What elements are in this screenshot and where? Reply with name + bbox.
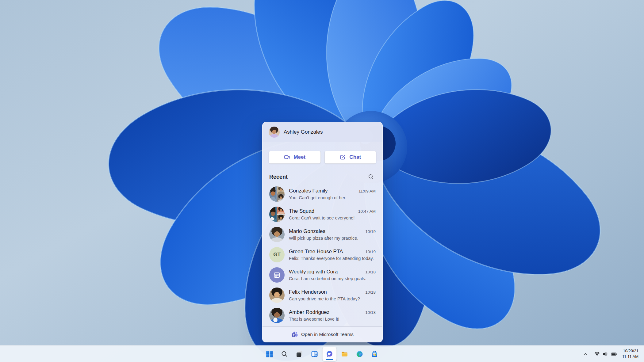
conversation-name: The Squad bbox=[289, 208, 314, 214]
tray-time: 11:11 AM bbox=[622, 354, 638, 360]
store-icon bbox=[371, 350, 378, 358]
taskbar-center bbox=[263, 346, 382, 362]
chat-button[interactable]: Chat bbox=[324, 151, 377, 164]
conversation-time: 10/18 bbox=[365, 270, 376, 274]
conversation-time: 10/18 bbox=[365, 310, 376, 315]
action-buttons: Meet Chat bbox=[263, 142, 382, 164]
search-icon bbox=[368, 173, 374, 180]
edge-browser-button[interactable] bbox=[353, 347, 367, 361]
conversation-name: Mario Gonzales bbox=[289, 228, 325, 234]
conversation-preview: You: Can’t get enough of her. bbox=[289, 195, 376, 200]
widgets-icon bbox=[311, 350, 318, 358]
conversation-name: Weekly jog with Cora bbox=[289, 269, 338, 275]
teams-chat-flyout: Ashley Gonzales Meet bbox=[262, 122, 383, 342]
taskbar: 10/20/21 11:11 AM bbox=[0, 345, 644, 362]
meet-label: Meet bbox=[293, 154, 305, 160]
search-button[interactable] bbox=[366, 172, 376, 181]
conversation-row-gonzales-family[interactable]: Gonzales Family 11:09 AM You: Can’t get … bbox=[265, 184, 380, 204]
windows-start-icon bbox=[266, 350, 273, 358]
calendar-avatar bbox=[269, 267, 285, 283]
conversation-preview: Will pick up pizza after my practice. bbox=[289, 236, 376, 241]
file-explorer-button[interactable] bbox=[338, 347, 352, 361]
conversation-name: Green Tree House PTA bbox=[289, 249, 343, 255]
open-in-teams-button[interactable]: Open in Microsoft Teams bbox=[263, 326, 382, 342]
meet-button[interactable]: Meet bbox=[269, 151, 321, 164]
conversation-row-weekly-jog[interactable]: Weekly jog with Cora 10/18 Cora: I am so… bbox=[265, 265, 380, 285]
avatar-segment bbox=[269, 186, 277, 202]
avatar-segment bbox=[277, 215, 285, 222]
search-taskbar-button[interactable] bbox=[278, 347, 292, 361]
calendar-icon bbox=[273, 271, 281, 279]
conversation-time: 10/19 bbox=[365, 229, 376, 234]
conversation-name: Felix Henderson bbox=[289, 289, 327, 295]
conversation-time: 10:47 AM bbox=[358, 209, 376, 214]
conversation-name: Amber Rodriguez bbox=[289, 309, 329, 315]
user-name: Ashley Gonzales bbox=[284, 129, 323, 135]
active-app-indicator bbox=[326, 359, 333, 360]
group-avatar bbox=[269, 186, 285, 202]
compose-icon bbox=[339, 154, 346, 161]
avatar-initials: GT bbox=[273, 252, 281, 258]
conversation-preview: Felix: Thanks everyone for attending tod… bbox=[289, 256, 376, 261]
conversation-row-felix-henderson[interactable]: Felix Henderson 10/18 Can you drive me t… bbox=[265, 285, 380, 305]
task-view-icon bbox=[296, 350, 303, 358]
clock[interactable]: 10/20/21 11:11 AM bbox=[620, 348, 642, 360]
system-tray: 10/20/21 11:11 AM bbox=[581, 346, 642, 362]
conversation-preview: Cora: Can’t wait to see everyone! bbox=[289, 215, 376, 220]
avatar-segment bbox=[277, 186, 285, 194]
volume-icon bbox=[602, 351, 608, 357]
conversation-row-mario-gonzales[interactable]: Mario Gonzales 10/19 Will pick up pizza … bbox=[265, 224, 380, 245]
wifi-icon bbox=[594, 351, 600, 357]
conversation-preview: That is awesome! Love it! bbox=[289, 317, 376, 322]
teams-logo-icon bbox=[291, 331, 298, 338]
conversation-row-green-tree-house-pta[interactable]: GT Green Tree House PTA 10/19 Felix: Tha… bbox=[265, 245, 380, 265]
chevron-up-icon bbox=[583, 351, 588, 357]
conversation-row-amber-rodriguez[interactable]: Amber Rodriguez 10/18 That is awesome! L… bbox=[265, 305, 380, 326]
widgets-button[interactable] bbox=[308, 347, 322, 361]
flyout-header: Ashley Gonzales bbox=[263, 122, 382, 142]
photo-avatar bbox=[269, 288, 285, 303]
group-avatar bbox=[269, 207, 285, 222]
tray-date: 10/20/21 bbox=[622, 348, 638, 354]
conversation-preview: Cora: I am so behind on my step goals. bbox=[289, 276, 376, 281]
user-avatar[interactable] bbox=[269, 127, 280, 138]
conversation-row-the-squad[interactable]: The Squad 10:47 AM Cora: Can’t wait to s… bbox=[265, 204, 380, 224]
recent-header: Recent bbox=[263, 164, 382, 184]
avatar-segment bbox=[277, 194, 285, 202]
photo-avatar bbox=[269, 308, 285, 323]
desktop: Ashley Gonzales Meet bbox=[0, 0, 644, 362]
conversation-name: Gonzales Family bbox=[289, 188, 328, 194]
hidden-icons-chevron[interactable] bbox=[581, 348, 591, 360]
conversation-preview: Can you drive me to the PTA today? bbox=[289, 296, 376, 301]
open-in-teams-label: Open in Microsoft Teams bbox=[301, 332, 354, 337]
task-view-button[interactable] bbox=[293, 347, 307, 361]
conversation-time: 11:09 AM bbox=[358, 189, 376, 193]
battery-icon bbox=[611, 351, 617, 357]
video-camera-icon bbox=[284, 154, 290, 161]
initials-avatar: GT bbox=[269, 247, 285, 262]
photo-avatar bbox=[269, 227, 285, 242]
start-button[interactable] bbox=[263, 347, 277, 361]
conversation-time: 10/19 bbox=[365, 250, 376, 254]
conversation-list: Gonzales Family 11:09 AM You: Can’t get … bbox=[263, 184, 382, 326]
folder-icon bbox=[341, 350, 348, 358]
microsoft-store-button[interactable] bbox=[368, 347, 382, 361]
network-volume-battery-group[interactable] bbox=[592, 348, 620, 360]
avatar-segment bbox=[277, 207, 285, 215]
search-icon bbox=[281, 350, 288, 358]
conversation-time: 10/18 bbox=[365, 290, 376, 295]
teams-chat-taskbar-button[interactable] bbox=[323, 347, 337, 361]
chat-video-bubble-icon bbox=[326, 350, 334, 358]
edge-icon bbox=[356, 350, 363, 358]
chat-label: Chat bbox=[349, 154, 361, 160]
avatar-segment bbox=[269, 207, 277, 222]
recent-label: Recent bbox=[269, 174, 288, 180]
